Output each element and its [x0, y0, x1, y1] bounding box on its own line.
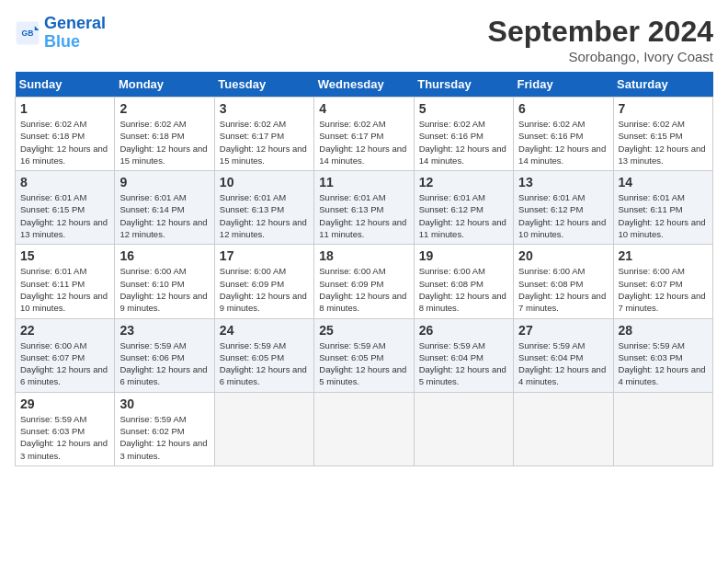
day-number: 14	[619, 175, 708, 190]
table-row: 5 Sunrise: 6:02 AM Sunset: 6:16 PM Dayli…	[414, 98, 513, 171]
table-row: 21 Sunrise: 6:00 AM Sunset: 6:07 PM Dayl…	[613, 245, 712, 318]
week-row: 1 Sunrise: 6:02 AM Sunset: 6:18 PM Dayli…	[16, 98, 713, 171]
day-number: 25	[319, 323, 408, 338]
day-number: 11	[319, 175, 408, 190]
day-info: Sunrise: 5:59 AM Sunset: 6:05 PM Dayligh…	[319, 339, 408, 388]
table-row: 15 Sunrise: 6:01 AM Sunset: 6:11 PM Dayl…	[16, 245, 115, 318]
day-info: Sunrise: 6:00 AM Sunset: 6:10 PM Dayligh…	[119, 265, 209, 314]
table-row: 3 Sunrise: 6:02 AM Sunset: 6:17 PM Dayli…	[214, 98, 313, 171]
day-info: Sunrise: 6:01 AM Sunset: 6:14 PM Dayligh…	[119, 191, 209, 240]
col-tuesday: Tuesday	[214, 72, 313, 98]
day-number: 20	[518, 248, 608, 263]
day-info: Sunrise: 6:01 AM Sunset: 6:15 PM Dayligh…	[20, 191, 109, 240]
week-row: 22 Sunrise: 6:00 AM Sunset: 6:07 PM Dayl…	[16, 318, 713, 392]
table-row	[214, 392, 313, 465]
day-number: 17	[220, 248, 309, 263]
day-number: 10	[220, 175, 309, 190]
table-row: 14 Sunrise: 6:01 AM Sunset: 6:11 PM Dayl…	[613, 171, 712, 245]
calendar-table: Sunday Monday Tuesday Wednesday Thursday…	[15, 72, 713, 466]
table-row: 27 Sunrise: 5:59 AM Sunset: 6:04 PM Dayl…	[514, 318, 613, 392]
month-title: September 2024	[488, 15, 713, 49]
day-info: Sunrise: 6:02 AM Sunset: 6:18 PM Dayligh…	[119, 118, 209, 167]
week-row: 8 Sunrise: 6:01 AM Sunset: 6:15 PM Dayli…	[16, 171, 713, 245]
table-row: 13 Sunrise: 6:01 AM Sunset: 6:12 PM Dayl…	[514, 171, 613, 245]
table-row: 10 Sunrise: 6:01 AM Sunset: 6:13 PM Dayl…	[214, 171, 313, 245]
day-info: Sunrise: 6:01 AM Sunset: 6:13 PM Dayligh…	[319, 191, 408, 240]
day-number: 24	[220, 323, 309, 338]
logo-icon: GB	[15, 20, 40, 46]
table-row: 22 Sunrise: 6:00 AM Sunset: 6:07 PM Dayl…	[16, 318, 115, 392]
day-info: Sunrise: 6:02 AM Sunset: 6:16 PM Dayligh…	[419, 118, 508, 167]
day-info: Sunrise: 6:01 AM Sunset: 6:11 PM Dayligh…	[619, 191, 708, 240]
day-info: Sunrise: 5:59 AM Sunset: 6:04 PM Dayligh…	[518, 339, 608, 388]
day-number: 26	[419, 323, 508, 338]
table-row: 18 Sunrise: 6:00 AM Sunset: 6:09 PM Dayl…	[314, 245, 414, 318]
day-number: 21	[619, 248, 708, 263]
day-info: Sunrise: 6:01 AM Sunset: 6:11 PM Dayligh…	[20, 265, 109, 314]
day-number: 28	[619, 323, 708, 338]
day-number: 27	[518, 323, 608, 338]
col-wednesday: Wednesday	[314, 72, 414, 98]
day-number: 5	[419, 101, 508, 116]
day-info: Sunrise: 5:59 AM Sunset: 6:02 PM Dayligh…	[119, 413, 209, 462]
day-info: Sunrise: 6:02 AM Sunset: 6:15 PM Dayligh…	[619, 118, 708, 167]
day-info: Sunrise: 6:02 AM Sunset: 6:18 PM Dayligh…	[20, 118, 109, 167]
day-number: 16	[119, 248, 209, 263]
title-area: September 2024 Sorobango, Ivory Coast	[488, 15, 713, 64]
table-row	[613, 392, 712, 465]
day-number: 22	[20, 323, 109, 338]
day-number: 8	[20, 175, 109, 190]
day-info: Sunrise: 6:02 AM Sunset: 6:16 PM Dayligh…	[518, 118, 608, 167]
day-info: Sunrise: 5:59 AM Sunset: 6:03 PM Dayligh…	[20, 413, 109, 462]
day-number: 13	[518, 175, 608, 190]
svg-text:GB: GB	[22, 29, 34, 38]
day-number: 15	[20, 248, 109, 263]
day-number: 23	[119, 323, 209, 338]
table-row: 6 Sunrise: 6:02 AM Sunset: 6:16 PM Dayli…	[514, 98, 613, 171]
table-row: 4 Sunrise: 6:02 AM Sunset: 6:17 PM Dayli…	[314, 98, 414, 171]
day-info: Sunrise: 6:00 AM Sunset: 6:07 PM Dayligh…	[619, 265, 708, 314]
day-info: Sunrise: 6:00 AM Sunset: 6:09 PM Dayligh…	[220, 265, 309, 314]
day-info: Sunrise: 6:02 AM Sunset: 6:17 PM Dayligh…	[319, 118, 408, 167]
table-row: 23 Sunrise: 5:59 AM Sunset: 6:06 PM Dayl…	[115, 318, 214, 392]
col-thursday: Thursday	[414, 72, 513, 98]
day-info: Sunrise: 6:01 AM Sunset: 6:12 PM Dayligh…	[518, 191, 608, 240]
week-row: 29 Sunrise: 5:59 AM Sunset: 6:03 PM Dayl…	[16, 392, 713, 465]
day-number: 2	[119, 101, 209, 116]
logo: GB General Blue	[15, 15, 106, 52]
col-saturday: Saturday	[613, 72, 712, 98]
table-row: 26 Sunrise: 5:59 AM Sunset: 6:04 PM Dayl…	[414, 318, 513, 392]
day-number: 30	[119, 396, 209, 411]
table-row	[414, 392, 513, 465]
day-info: Sunrise: 5:59 AM Sunset: 6:04 PM Dayligh…	[419, 339, 508, 388]
day-number: 3	[220, 101, 309, 116]
day-number: 12	[419, 175, 508, 190]
table-row	[514, 392, 613, 465]
day-number: 4	[319, 101, 408, 116]
week-row: 15 Sunrise: 6:01 AM Sunset: 6:11 PM Dayl…	[16, 245, 713, 318]
day-info: Sunrise: 6:00 AM Sunset: 6:08 PM Dayligh…	[419, 265, 508, 314]
header: GB General Blue September 2024 Sorobango…	[15, 15, 713, 64]
location-title: Sorobango, Ivory Coast	[488, 49, 713, 64]
table-row: 2 Sunrise: 6:02 AM Sunset: 6:18 PM Dayli…	[115, 98, 214, 171]
day-number: 18	[319, 248, 408, 263]
calendar-body: 1 Sunrise: 6:02 AM Sunset: 6:18 PM Dayli…	[16, 98, 713, 466]
table-row	[314, 392, 414, 465]
day-number: 9	[119, 175, 209, 190]
day-info: Sunrise: 6:00 AM Sunset: 6:09 PM Dayligh…	[319, 265, 408, 314]
table-row: 12 Sunrise: 6:01 AM Sunset: 6:12 PM Dayl…	[414, 171, 513, 245]
header-row: Sunday Monday Tuesday Wednesday Thursday…	[16, 72, 713, 98]
table-row: 19 Sunrise: 6:00 AM Sunset: 6:08 PM Dayl…	[414, 245, 513, 318]
day-number: 7	[619, 101, 708, 116]
table-row: 30 Sunrise: 5:59 AM Sunset: 6:02 PM Dayl…	[115, 392, 214, 465]
day-info: Sunrise: 6:00 AM Sunset: 6:08 PM Dayligh…	[518, 265, 608, 314]
col-sunday: Sunday	[16, 72, 115, 98]
logo-text: General Blue	[44, 15, 106, 52]
day-info: Sunrise: 6:01 AM Sunset: 6:13 PM Dayligh…	[220, 191, 309, 240]
day-info: Sunrise: 5:59 AM Sunset: 6:03 PM Dayligh…	[619, 339, 708, 388]
day-info: Sunrise: 6:02 AM Sunset: 6:17 PM Dayligh…	[220, 118, 309, 167]
table-row: 9 Sunrise: 6:01 AM Sunset: 6:14 PM Dayli…	[115, 171, 214, 245]
day-info: Sunrise: 5:59 AM Sunset: 6:06 PM Dayligh…	[119, 339, 209, 388]
day-info: Sunrise: 6:00 AM Sunset: 6:07 PM Dayligh…	[20, 339, 109, 388]
table-row: 7 Sunrise: 6:02 AM Sunset: 6:15 PM Dayli…	[613, 98, 712, 171]
